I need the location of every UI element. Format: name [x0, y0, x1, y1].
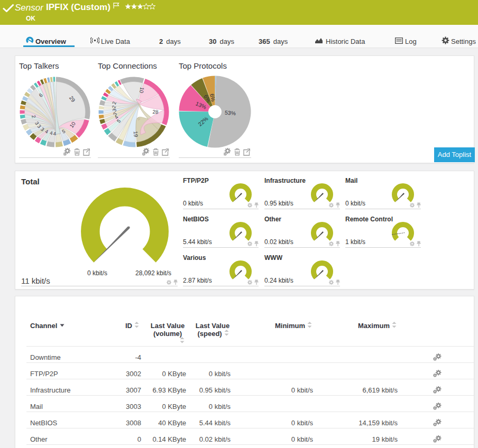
svg-text:53%: 53% [224, 109, 236, 116]
svg-text:4: 4 [53, 130, 56, 136]
svg-text:28: 28 [152, 109, 159, 115]
svg-text:19: 19 [133, 131, 139, 137]
